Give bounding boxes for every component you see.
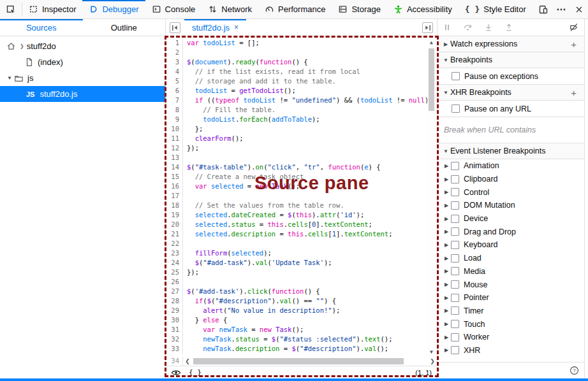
twisty-collapsed-icon[interactable]: ▶ xyxy=(442,242,451,248)
code-line[interactable]: 22 xyxy=(166,239,437,248)
twisty-collapsed-icon[interactable]: ▶ xyxy=(442,334,451,340)
tab-storage[interactable]: Storage xyxy=(332,0,387,18)
code-text[interactable]: // storage and add it to the table. xyxy=(183,76,336,86)
line-number[interactable]: 24 xyxy=(166,258,183,268)
line-number[interactable]: 32 xyxy=(166,334,183,344)
event-category-checkbox[interactable] xyxy=(451,175,459,183)
scroll-up-arrow[interactable]: ▲ xyxy=(427,38,436,47)
event-category-checkbox[interactable] xyxy=(451,215,459,223)
code-text[interactable]: $("#add-task").val('Update Task'); xyxy=(183,258,332,268)
line-number[interactable]: 6 xyxy=(166,86,183,96)
code-text[interactable]: var selected = new Task(); xyxy=(183,182,300,191)
twisty-expanded-icon[interactable]: ▼ xyxy=(441,90,450,96)
pause-on-any-url-row[interactable]: Pause on any URL xyxy=(437,101,584,117)
xhr-breakpoints-header[interactable]: ▼ XHR Breakpoints + xyxy=(437,85,584,101)
code-line[interactable]: 15 // Create a new task object xyxy=(166,172,437,182)
code-text[interactable]: // Set the values from the table row. xyxy=(183,201,344,210)
line-number[interactable]: 12 xyxy=(166,143,183,153)
tab-performance[interactable]: Performance xyxy=(258,0,332,18)
code-text[interactable] xyxy=(183,239,187,248)
code-line[interactable]: 17 xyxy=(166,191,437,201)
event-category-checkbox[interactable] xyxy=(451,254,459,262)
code-text[interactable]: } else { xyxy=(183,315,227,325)
event-category-checkbox[interactable] xyxy=(451,346,459,354)
add-xhr-breakpoint-button[interactable]: + xyxy=(571,87,580,98)
code-line[interactable]: 11 clearForm(); xyxy=(166,134,437,143)
tree-item-js-folder[interactable]: ▼ js xyxy=(0,70,165,86)
code-line[interactable]: 25}); xyxy=(166,268,437,277)
vertical-scrollbar-thumb[interactable] xyxy=(429,48,434,111)
twisty-collapsed-icon[interactable]: ▶ xyxy=(442,282,451,287)
code-line[interactable]: 23 fillForm(selected); xyxy=(166,248,437,258)
event-breakpoint-item[interactable]: ▶Touch xyxy=(437,317,584,331)
line-number[interactable]: 18 xyxy=(166,201,183,210)
twisty-expanded-icon[interactable]: ▼ xyxy=(441,57,450,63)
event-breakpoint-item[interactable]: ▶Clipboard xyxy=(437,173,584,186)
responsive-design-mode-button[interactable] xyxy=(534,0,552,18)
line-number[interactable]: 23 xyxy=(166,248,183,258)
event-category-checkbox[interactable] xyxy=(451,320,459,328)
code-line[interactable]: 8 // Fill the table. xyxy=(166,105,437,115)
close-tab-icon[interactable]: × xyxy=(234,23,239,32)
code-text[interactable]: newTask.description = $("#description").… xyxy=(183,344,388,354)
twisty-collapsed-icon[interactable]: ▶ xyxy=(442,216,451,222)
line-number[interactable]: 30 xyxy=(166,315,183,325)
tab-sources[interactable]: Sources xyxy=(0,19,83,36)
xhr-url-input[interactable]: Break when URL contains xyxy=(437,117,584,143)
tab-debugger[interactable]: Debugger xyxy=(82,0,145,18)
line-number[interactable]: 28 xyxy=(166,296,183,306)
code-line[interactable]: 4 // if the list exists, read it from lo… xyxy=(166,67,437,76)
line-number[interactable]: 21 xyxy=(166,229,183,239)
twisty-collapsed-icon[interactable]: ▶ xyxy=(442,203,451,208)
event-category-checkbox[interactable] xyxy=(451,280,459,289)
prettify-source-icon[interactable]: { } xyxy=(189,368,202,377)
line-number[interactable]: 26 xyxy=(166,277,183,287)
code-line[interactable]: 10 }; xyxy=(166,124,437,134)
meatball-menu-button[interactable] xyxy=(552,0,570,18)
scroll-down-arrow[interactable]: ▼ xyxy=(427,348,436,357)
breakpoints-header[interactable]: ▼ Breakpoints xyxy=(437,52,584,68)
code-text[interactable]: var newTask = new Task(); xyxy=(183,325,304,334)
horizontal-scrollbar-thumb[interactable] xyxy=(193,358,404,364)
tree-item-stuff2do-js[interactable]: JS stuff2do.js xyxy=(0,86,165,102)
twisty-collapsed-icon[interactable]: ▶ xyxy=(442,308,451,313)
tab-style-editor[interactable]: { } Style Editor xyxy=(459,0,533,18)
event-breakpoint-item[interactable]: ▶Keyboard xyxy=(437,238,584,252)
code-line[interactable]: 19 selected.dateCreated = $(this).attr('… xyxy=(166,210,437,220)
twisty-collapsed-icon[interactable]: ▶ xyxy=(442,321,451,327)
pause-on-any-url-checkbox[interactable] xyxy=(452,104,460,113)
code-line[interactable]: 31 var newTask = new Task(); xyxy=(166,325,437,334)
event-breakpoint-item[interactable]: ▶DOM Mutation xyxy=(437,199,584,212)
code-line[interactable]: 9 todoList.forEach(addToTable); xyxy=(166,115,437,124)
event-category-checkbox[interactable] xyxy=(451,188,459,196)
event-category-checkbox[interactable] xyxy=(451,162,459,170)
event-breakpoint-item[interactable]: ▶Drag and Drop xyxy=(437,225,584,238)
line-number[interactable]: 11 xyxy=(166,134,183,143)
code-text[interactable] xyxy=(183,277,187,287)
twisty-collapsed-icon[interactable]: ▶ xyxy=(442,268,451,274)
line-number[interactable]: 5 xyxy=(166,76,183,86)
tree-item-index[interactable]: (index) xyxy=(0,54,165,70)
code-text[interactable]: alert("No value in description!"); xyxy=(183,306,340,315)
code-text[interactable]: }; xyxy=(183,124,203,134)
line-number[interactable]: 8 xyxy=(166,105,183,115)
code-text[interactable]: if ((typeof todoList != "undefined") && … xyxy=(183,96,433,105)
twisty-collapsed-icon[interactable]: ▶ xyxy=(442,176,451,182)
code-text[interactable]: }); xyxy=(183,268,199,277)
pause-icon[interactable] xyxy=(443,23,452,32)
event-category-checkbox[interactable] xyxy=(451,306,459,315)
tab-outline[interactable]: Outline xyxy=(83,19,166,36)
pause-on-exceptions-checkbox[interactable] xyxy=(452,72,460,80)
scroll-right-arrow[interactable]: ❯ xyxy=(428,358,437,364)
code-text[interactable]: }); xyxy=(183,143,199,153)
line-number[interactable]: 29 xyxy=(166,306,183,315)
twisty-collapsed-icon[interactable]: ▶ xyxy=(442,229,451,234)
code-line[interactable]: 12}); xyxy=(166,143,437,153)
code-text[interactable]: // Create a new task object xyxy=(183,172,304,182)
twisty-collapsed-icon[interactable]: ▶ xyxy=(442,163,451,169)
watch-expressions-header[interactable]: ▶ Watch expressions + xyxy=(437,36,584,52)
event-breakpoint-item[interactable]: ▶Worker xyxy=(437,331,584,344)
step-out-icon[interactable] xyxy=(504,23,513,32)
code-text[interactable]: $('#add-task').click(function() { xyxy=(183,287,320,296)
code-text[interactable] xyxy=(183,48,187,57)
